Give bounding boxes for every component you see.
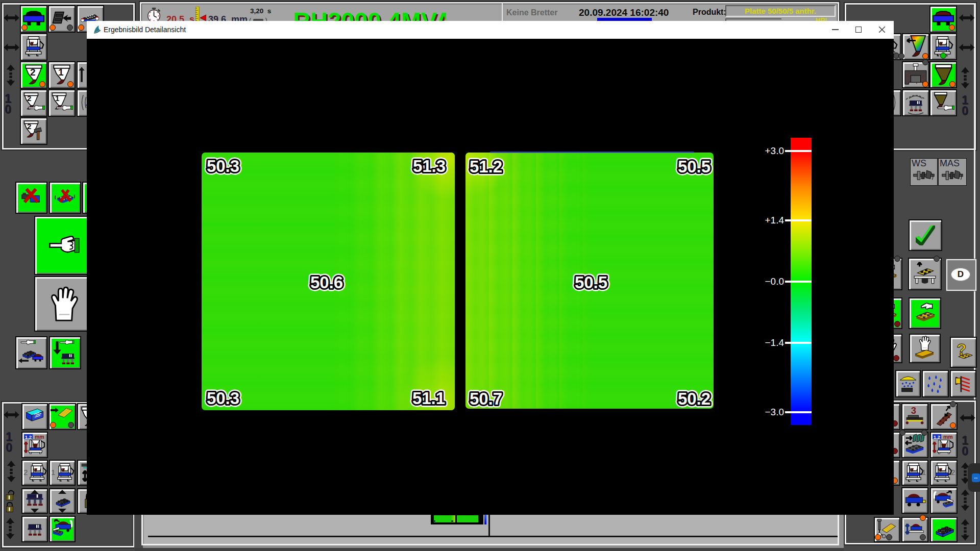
svg-text:51.1: 51.1 <box>412 389 445 408</box>
svg-text:50.6: 50.6 <box>310 273 343 292</box>
svg-text:50.3: 50.3 <box>207 157 239 176</box>
svg-text:51.2: 51.2 <box>470 157 502 176</box>
svg-text:50.5: 50.5 <box>678 157 710 176</box>
svg-text:50.7: 50.7 <box>470 389 502 408</box>
svg-text:50.5: 50.5 <box>575 273 607 292</box>
svg-text:51.3: 51.3 <box>413 157 446 176</box>
svg-text:50.2: 50.2 <box>678 389 710 408</box>
svg-text:50.3: 50.3 <box>207 389 239 408</box>
